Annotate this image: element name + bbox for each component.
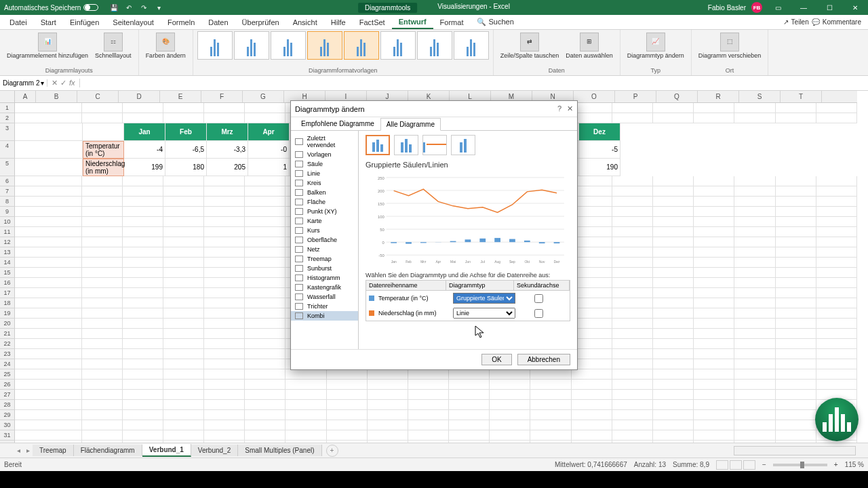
chart-category-item[interactable]: Sunburst [291,264,358,273]
cell[interactable] [734,329,775,339]
qat-more-icon[interactable]: ▾ [154,3,163,12]
cell[interactable] [204,359,245,369]
cell[interactable] [15,217,82,227]
cell[interactable] [449,410,490,420]
tab-hilfe[interactable]: Hilfe [324,16,353,28]
cell[interactable] [15,359,82,369]
dialog-help-icon[interactable]: ? [557,104,561,113]
ribbon-options-icon[interactable]: ▭ [768,0,788,15]
cell[interactable] [123,339,163,349]
chart-category-item[interactable]: Balken [291,188,358,197]
undo-icon[interactable]: ↶ [124,3,134,12]
autosave-switch-icon[interactable] [83,4,98,11]
horizontal-scrollbar[interactable] [734,446,856,455]
add-sheet-button[interactable]: + [326,445,338,457]
cell[interactable] [776,288,816,298]
row-header[interactable]: 18 [0,298,15,308]
cell[interactable] [816,339,857,349]
column-header[interactable]: P [615,91,656,102]
cell[interactable] [368,390,408,400]
cell[interactable] [204,441,245,443]
cell[interactable] [245,400,285,410]
comments-button[interactable]: 💬 Kommentare [812,18,861,26]
row-header[interactable]: 29 [0,410,15,420]
column-header[interactable]: B [36,91,77,102]
cell[interactable] [368,420,408,430]
view-pagelayout-icon[interactable] [730,460,742,470]
cell[interactable] [82,380,123,390]
cell[interactable] [653,380,694,390]
cell[interactable] [368,441,408,443]
cell[interactable] [82,113,123,123]
cell[interactable] [776,441,816,443]
share-button[interactable]: ↗ Teilen [783,18,809,26]
cell[interactable] [612,359,653,369]
cell[interactable] [245,268,285,278]
switch-row-col-button[interactable]: ⇄Zeile/Spalte tauschen [498,31,562,61]
cell[interactable] [15,298,82,308]
cell[interactable] [82,288,123,298]
cell[interactable] [245,298,285,308]
cell[interactable] [653,268,694,278]
cell[interactable] [776,227,816,237]
cell[interactable] [82,430,123,441]
cell[interactable] [163,268,204,278]
cell[interactable] [694,339,734,349]
row-header[interactable]: 23 [0,349,15,359]
row-header[interactable]: 12 [0,237,15,247]
cell[interactable] [15,349,82,359]
cell[interactable] [653,288,694,298]
row-header[interactable]: 19 [0,308,15,319]
cell[interactable] [123,237,163,247]
cell[interactable] [204,349,245,359]
cell[interactable] [82,298,123,308]
cell[interactable] [816,113,857,123]
cell[interactable] [612,390,653,400]
cell[interactable] [816,329,857,339]
column-header[interactable]: Q [656,91,698,102]
cell[interactable] [694,380,734,390]
cell[interactable] [816,369,857,380]
cell[interactable] [368,380,408,390]
cell[interactable] [408,441,449,443]
cell[interactable] [123,268,163,278]
cell[interactable] [734,390,775,400]
view-pagebreak-icon[interactable] [743,460,755,470]
chart-category-item[interactable]: Karte [291,216,358,226]
save-icon[interactable]: 💾 [109,3,119,12]
cell[interactable] [653,227,694,237]
cell[interactable] [82,258,123,268]
tab-ueberpruefen[interactable]: Überprüfen [235,16,286,28]
cell[interactable] [163,369,204,380]
cell[interactable] [163,186,204,197]
cell[interactable] [816,278,857,288]
cell[interactable] [612,410,653,420]
cell[interactable] [15,339,82,349]
cell[interactable]: Apr [248,123,290,141]
cell[interactable] [82,197,123,207]
cell[interactable] [816,227,857,237]
row-header[interactable]: 10 [0,217,15,227]
cell[interactable] [734,207,775,217]
cell[interactable]: Dez [579,123,620,141]
zoom-level[interactable]: 115 % [845,461,864,468]
cell[interactable] [694,369,734,380]
cell[interactable]: Feb [165,123,207,141]
cell[interactable] [368,430,408,441]
cell[interactable] [612,237,653,247]
chart-category-item[interactable]: Histogramm [291,273,358,283]
cell[interactable] [734,103,775,113]
row-header[interactable]: 1 [0,103,15,113]
cell[interactable] [204,278,245,288]
cell[interactable] [530,390,571,400]
cell[interactable] [734,359,775,369]
cell[interactable] [816,197,857,207]
chevron-down-icon[interactable]: ▾ [41,79,44,87]
cell[interactable] [15,197,82,207]
cell[interactable] [123,217,163,227]
cell[interactable] [82,308,123,319]
row-header[interactable]: 16 [0,278,15,288]
cell[interactable] [204,410,245,420]
cell[interactable] [653,207,694,217]
cell[interactable] [245,227,285,237]
